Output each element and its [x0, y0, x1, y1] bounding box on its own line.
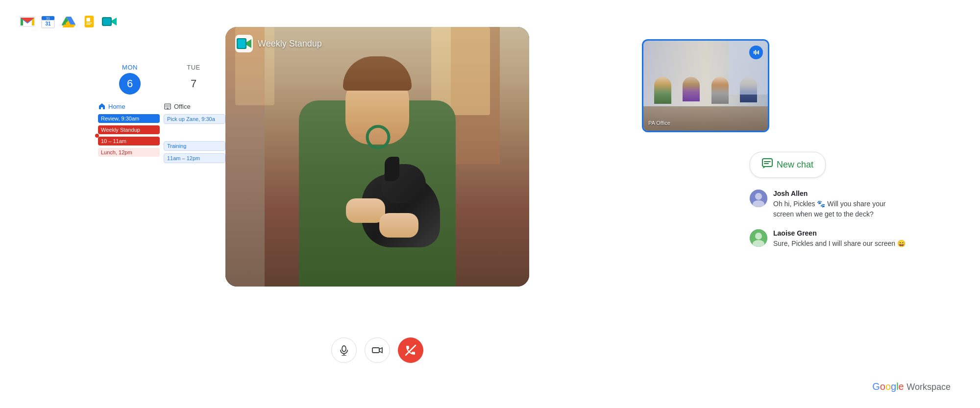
cal-day-mon[interactable]: MON 6 — [98, 64, 162, 95]
workspace-text: Workspace — [906, 382, 951, 392]
svg-rect-15 — [167, 105, 168, 106]
svg-rect-8 — [86, 18, 90, 22]
cal-event-lunch[interactable]: Lunch, 12pm — [98, 148, 160, 157]
new-chat-button[interactable]: New chat — [750, 152, 826, 178]
office-icon — [164, 102, 172, 110]
avatar-josh-allen — [750, 190, 767, 207]
home-icon — [98, 102, 106, 110]
svg-rect-27 — [372, 348, 379, 353]
svg-rect-19 — [169, 106, 170, 107]
pip-audio-icon — [749, 46, 763, 59]
svg-rect-29 — [754, 51, 755, 54]
cal-day-tue-label: TUE — [162, 64, 225, 71]
video-meet-header: Weekly Standup — [235, 35, 322, 52]
svg-rect-20 — [167, 108, 169, 109]
cal-day-mon-label: MON — [98, 64, 162, 71]
google-workspace-branding: Google Workspace — [872, 381, 951, 392]
cal-day-tue[interactable]: TUE 7 — [162, 64, 225, 95]
svg-point-40 — [755, 233, 762, 240]
meet-call-title: Weekly Standup — [258, 39, 322, 49]
svg-text:31: 31 — [46, 17, 50, 20]
keep-app-icon[interactable] — [81, 14, 97, 29]
top-toolbar: 31 31 — [20, 14, 118, 29]
drive-app-icon[interactable] — [61, 14, 76, 29]
chat-panel: New chat Josh Allen Oh hi, Pickles 🐾 Wil… — [750, 152, 906, 259]
svg-rect-33 — [762, 159, 772, 167]
avatar-laoise-green — [750, 229, 767, 247]
camera-button[interactable] — [365, 337, 390, 363]
chat-content-1: Josh Allen Oh hi, Pickles 🐾 Will you sha… — [773, 190, 906, 219]
svg-text:31: 31 — [45, 21, 51, 26]
chat-message-2: Laoise Green Sure, Pickles and I will sh… — [750, 229, 906, 249]
standup-red-dot — [95, 134, 99, 138]
cal-col-home-header: Home — [98, 102, 160, 110]
cal-col-office: Office Pick up Zane, 9:30a Training 11am… — [164, 102, 225, 166]
svg-point-37 — [755, 193, 762, 200]
svg-rect-17 — [166, 106, 167, 107]
cal-col-office-header: Office — [164, 102, 225, 110]
cal-event-standup[interactable]: Weekly Standup — [98, 125, 160, 134]
new-chat-label: New chat — [777, 160, 813, 170]
svg-rect-16 — [169, 105, 170, 106]
video-controls — [331, 337, 423, 363]
cal-event-review[interactable]: Review, 9:30am — [98, 114, 160, 123]
google-g: Google — [872, 381, 906, 392]
meet-logo — [235, 35, 253, 52]
video-call-container: Weekly Standup — [225, 27, 529, 287]
mute-button[interactable] — [331, 337, 357, 363]
cal-event-standup-time[interactable]: 10 – 11am — [98, 137, 160, 145]
svg-point-24 — [342, 346, 346, 352]
calendar-panel: MON 6 TUE 7 Home Review, 9:30am Weekly S… — [98, 64, 225, 166]
cal-col-home: Home Review, 9:30am Weekly Standup 10 – … — [98, 102, 160, 166]
gmail-app-icon[interactable] — [20, 14, 35, 29]
calendar-app-icon[interactable]: 31 31 — [40, 14, 56, 29]
chat-sender-2: Laoise Green — [773, 229, 906, 237]
pip-container: PA Office — [642, 39, 769, 132]
cal-event-pickup[interactable]: Pick up Zane, 9:30a — [164, 114, 225, 124]
cal-col-office-label: Office — [174, 103, 191, 110]
chat-sender-1: Josh Allen — [773, 190, 906, 197]
avatar-img-josh — [750, 190, 767, 207]
svg-rect-23 — [238, 39, 245, 48]
svg-rect-30 — [755, 50, 756, 55]
chat-text-2: Sure, Pickles and I will share our scree… — [773, 239, 906, 249]
meet-app-icon[interactable] — [102, 14, 118, 29]
cal-columns: Home Review, 9:30am Weekly Standup 10 – … — [98, 102, 225, 166]
avatar-img-laoise — [750, 229, 767, 247]
chat-icon — [762, 158, 773, 171]
chat-message-1: Josh Allen Oh hi, Pickles 🐾 Will you sha… — [750, 190, 906, 219]
cal-event-standup-wrapper: Weekly Standup 10 – 11am — [98, 125, 160, 145]
calendar-header: MON 6 TUE 7 — [98, 64, 225, 95]
svg-rect-18 — [167, 106, 168, 107]
svg-rect-32 — [758, 50, 759, 54]
cal-day-tue-number: 7 — [183, 73, 204, 95]
cal-event-training[interactable]: Training — [164, 141, 225, 151]
cal-day-mon-number: 6 — [119, 73, 141, 95]
pip-label: PA Office — [648, 120, 670, 126]
chat-text-1: Oh hi, Pickles 🐾 Will you share your scr… — [773, 199, 906, 219]
svg-rect-31 — [757, 51, 758, 54]
chat-content-2: Laoise Green Sure, Pickles and I will sh… — [773, 229, 906, 249]
pip-table — [643, 106, 768, 131]
svg-rect-12 — [103, 18, 111, 25]
svg-rect-14 — [166, 105, 167, 106]
end-call-button[interactable] — [398, 337, 423, 363]
cal-event-training-time[interactable]: 11am – 12pm — [164, 153, 225, 163]
cal-col-home-label: Home — [108, 103, 125, 110]
